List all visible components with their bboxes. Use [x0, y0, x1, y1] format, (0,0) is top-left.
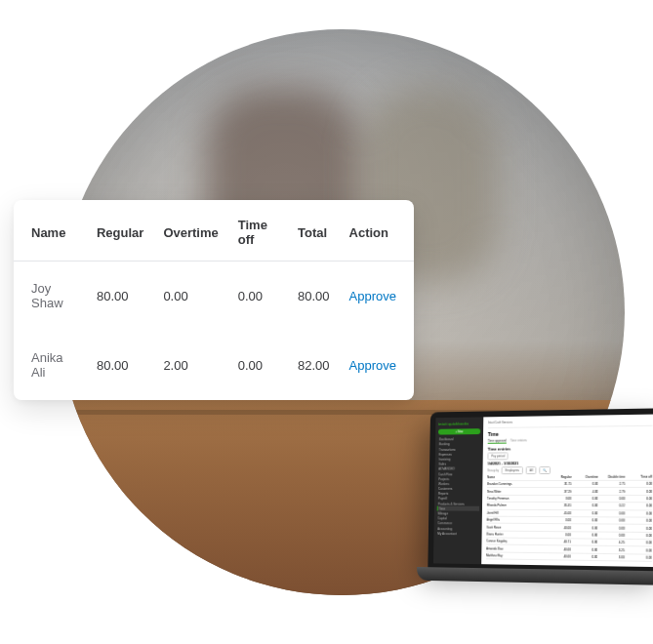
cell-total: 80.00 — [288, 262, 340, 331]
gcell-timeoff: 0.00 — [625, 504, 652, 508]
col-total: Total — [288, 200, 340, 262]
time-approval-table: Name Regular Overtime Time off Total Act… — [14, 200, 414, 400]
group-by-select[interactable]: Employees — [502, 466, 523, 474]
group-by-label: Group by — [487, 468, 499, 472]
gcell-regular: 37.29 — [545, 490, 571, 494]
pay-period-select[interactable]: Pay period — [487, 452, 508, 460]
gcell-regular: 0.00 — [545, 533, 571, 537]
gcell-name: Connor Kingsley — [486, 540, 545, 544]
gcell-timeoff: 0.00 — [625, 548, 652, 552]
gcell-doubletime: 0.00 — [597, 526, 625, 530]
table-row: Anika Ali 80.00 2.00 0.00 82.00 Approve — [14, 331, 414, 400]
gcell-doubletime: 0.00 — [597, 511, 625, 515]
col-name: Name — [14, 200, 87, 262]
approve-button[interactable]: Approve — [349, 358, 396, 373]
gcell-timeoff: 0.00 — [625, 490, 652, 494]
gcell-doubletime: 0.00 — [597, 518, 625, 522]
col-overtime: Overtime — [153, 200, 227, 262]
grid-row[interactable]: Matthew Ray40.000.003.000.00 — [486, 552, 652, 562]
cell-overtime: 0.00 — [153, 262, 227, 331]
sidebar-item[interactable]: My Accountant — [436, 531, 479, 537]
gcell-overtime: 0.00 — [571, 555, 597, 559]
gcell-overtime: 0.00 — [571, 541, 597, 544]
table-row: Joy Shaw 80.00 0.00 0.00 80.00 Approve — [14, 262, 414, 331]
gcol-regular: Regular — [546, 475, 572, 479]
cell-regular: 80.00 — [87, 262, 153, 331]
cell-overtime: 2.00 — [153, 331, 227, 400]
gcol-overtime: Overtime — [572, 475, 598, 479]
gcell-name: Gina White — [487, 490, 546, 494]
cell-timeoff: 0.00 — [228, 262, 288, 331]
tab-time-approval[interactable]: Time approval — [488, 439, 507, 444]
time-entries-grid: Name Regular Overtime Double time Time o… — [486, 473, 652, 562]
cell-timeoff: 0.00 — [228, 331, 288, 400]
gcell-timeoff: 0.00 — [625, 534, 652, 538]
gcell-regular: 31.75 — [546, 482, 572, 486]
gcell-regular: 40.00 — [545, 554, 571, 558]
new-button[interactable]: + New — [438, 428, 480, 434]
brand-logo: intuit quickbooks — [438, 420, 480, 426]
gcell-regular: 40.00 — [545, 547, 571, 551]
laptop-screen: intuit quickbooks + New DashboardBanking… — [428, 408, 653, 573]
gcell-name: Brandon Cummings — [487, 482, 546, 486]
gcell-name: Amanda Diaz — [486, 546, 545, 551]
time-approval-card: Name Regular Overtime Time off Total Act… — [14, 200, 414, 400]
gcell-name: Matthew Ray — [486, 553, 545, 558]
gcell-timeoff: 0.00 — [625, 555, 652, 560]
gcell-name: Jared Hill — [487, 510, 546, 514]
gcol-timeoff: Time off — [625, 475, 652, 479]
col-regular: Regular — [87, 200, 153, 262]
search-input[interactable]: 🔍 — [539, 466, 551, 474]
gcell-name: Timothy Freeman — [487, 497, 546, 501]
gcell-name: Diana Hunter — [486, 532, 545, 537]
page-tabs: Time approval Time entries — [488, 437, 653, 445]
cell-name: Joy Shaw — [14, 262, 87, 331]
window-title: Intuit Craft Services — [488, 418, 653, 428]
gcell-name: Scott Rowe — [486, 525, 545, 529]
gcell-name: Rhonda Palmer — [487, 503, 546, 507]
gcell-regular: 45.00 — [545, 511, 571, 515]
gcell-doubletime: 2.75 — [598, 482, 626, 486]
grid-row[interactable]: Brandon Cummings31.750.002.750.00 — [487, 481, 652, 489]
gcell-doubletime: 4.25 — [597, 541, 625, 544]
gcell-doubletime: 3.00 — [597, 555, 625, 559]
filter-select[interactable]: All — [526, 466, 537, 474]
gcell-overtime: 0.00 — [571, 511, 597, 515]
gcell-timeoff: 0.00 — [625, 541, 652, 544]
gcell-overtime: 0.00 — [571, 518, 597, 522]
gcell-doubletime: 0.00 — [598, 497, 626, 501]
table-header-row: Name Regular Overtime Time off Total Act… — [14, 200, 414, 262]
gcell-overtime: 0.00 — [571, 526, 597, 530]
cell-total: 82.00 — [288, 331, 340, 400]
col-timeoff: Time off — [228, 200, 288, 262]
gcell-doubletime: 2.79 — [598, 490, 626, 494]
gcell-overtime: 4.00 — [571, 490, 597, 494]
gcell-doubletime: 3.25 — [597, 547, 625, 551]
gcell-overtime: 0.00 — [571, 497, 597, 501]
gcell-regular: 0.00 — [545, 518, 571, 522]
gcell-timeoff: 0.00 — [625, 519, 652, 523]
gcell-regular: 40.00 — [545, 526, 571, 530]
page-title: Time — [488, 429, 653, 437]
gcol-name: Name — [487, 475, 546, 479]
gcell-name: Angel Ellis — [487, 518, 546, 522]
gcell-timeoff: 0.00 — [625, 511, 652, 515]
cell-regular: 80.00 — [87, 331, 153, 400]
gcell-regular: 35.31 — [545, 503, 571, 507]
gcell-timeoff: 0.00 — [625, 526, 652, 530]
app-sidebar: intuit quickbooks + New DashboardBanking… — [433, 417, 483, 564]
gcell-timeoff: 0.00 — [625, 482, 652, 486]
tab-time-entries[interactable]: Time entries — [510, 438, 527, 443]
gcell-regular: 0.00 — [545, 497, 571, 501]
app-main: Intuit Craft Services Time Time approval… — [481, 415, 653, 568]
gcell-doubletime: 0.00 — [597, 533, 625, 537]
gcell-overtime: 0.00 — [571, 547, 597, 551]
filter-row: Pay period — [487, 451, 652, 460]
gcell-overtime: 0.00 — [571, 533, 597, 537]
gcol-doubletime: Double time — [598, 475, 626, 479]
cell-name: Anika Ali — [14, 331, 87, 400]
app-screenshot: intuit quickbooks + New DashboardBanking… — [433, 415, 653, 568]
approve-button[interactable]: Approve — [349, 289, 396, 303]
col-action: Action — [340, 200, 414, 262]
gcell-regular: 40.71 — [545, 540, 571, 543]
